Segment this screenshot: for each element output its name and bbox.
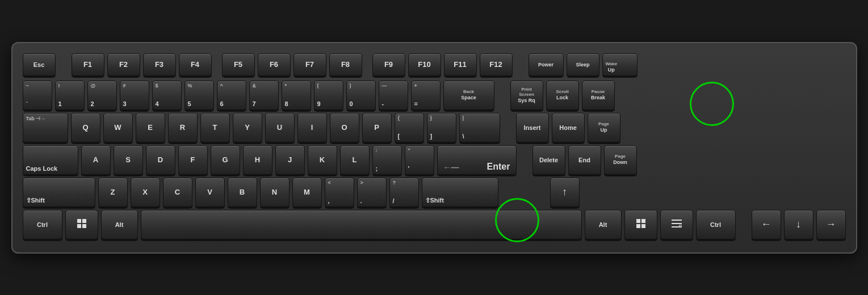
key-page-down[interactable]: PageDown (604, 145, 637, 175)
key-rbracket[interactable]: }] (427, 113, 456, 142)
key-page-up[interactable]: PageUp (588, 113, 620, 142)
key-f10[interactable]: F10 (408, 53, 441, 76)
key-f11[interactable]: F11 (444, 53, 477, 76)
key-n[interactable]: N (260, 178, 290, 207)
key-3[interactable]: #3 (120, 81, 149, 110)
key-f[interactable]: F (178, 145, 208, 175)
key-backslash[interactable]: |\ (459, 113, 500, 142)
key-h[interactable]: H (243, 145, 272, 175)
key-v[interactable]: V (195, 178, 225, 207)
svg-rect-3 (82, 224, 86, 228)
key-g[interactable]: G (211, 145, 240, 175)
svg-rect-1 (82, 219, 86, 223)
key-6[interactable]: ^6 (217, 81, 246, 110)
key-y[interactable]: Y (233, 113, 262, 142)
key-p[interactable]: P (362, 113, 392, 142)
key-power[interactable]: Power (529, 53, 564, 76)
key-enter[interactable]: ←— Enter (437, 145, 517, 175)
key-delete[interactable]: Delete (532, 145, 565, 175)
svg-rect-4 (636, 219, 640, 223)
key-z[interactable]: Z (98, 178, 128, 207)
key-d[interactable]: D (146, 145, 175, 175)
key-backspace[interactable]: BackSpace (443, 81, 494, 110)
key-backtick[interactable]: ~` (23, 81, 52, 110)
svg-rect-8 (672, 220, 682, 221)
key-f5[interactable]: F5 (222, 53, 255, 76)
key-f6[interactable]: F6 (258, 53, 291, 76)
key-l[interactable]: L (340, 145, 370, 175)
key-caps-lock[interactable]: Caps Lock (23, 145, 78, 175)
keyboard: Esc F1 F2 F3 F4 F5 F6 F7 F8 F9 F10 F11 F… (11, 42, 857, 254)
key-k[interactable]: K (308, 145, 337, 175)
key-5[interactable]: %5 (184, 81, 214, 110)
key-r[interactable]: R (168, 113, 198, 142)
key-spacebar[interactable] (141, 210, 582, 239)
key-f8[interactable]: F8 (329, 53, 362, 76)
key-f1[interactable]: F1 (72, 53, 104, 76)
svg-rect-5 (641, 219, 645, 223)
key-semicolon[interactable]: :; (372, 145, 402, 175)
key-left-alt[interactable]: Alt (101, 210, 138, 239)
key-x[interactable]: X (131, 178, 160, 207)
key-b[interactable]: B (228, 178, 257, 207)
key-menu[interactable] (660, 210, 693, 239)
key-scroll-lock[interactable]: ScrollLock (546, 81, 579, 110)
key-0[interactable]: )0 (346, 81, 376, 110)
key-right-shift[interactable]: ⇧Shift (422, 178, 498, 207)
key-7[interactable]: &7 (249, 81, 279, 110)
key-period[interactable]: >. (357, 178, 387, 207)
key-right-ctrl[interactable]: Ctrl (696, 210, 736, 239)
key-minus[interactable]: —- (379, 81, 408, 110)
key-home[interactable]: Home (552, 113, 585, 142)
key-o[interactable]: O (330, 113, 359, 142)
key-w[interactable]: W (103, 113, 133, 142)
key-right-alt[interactable]: Alt (585, 210, 622, 239)
key-c[interactable]: C (163, 178, 192, 207)
key-f2[interactable]: F2 (107, 53, 140, 76)
qwerty-row: Tab ⊣→ Q W E R T Y U I O P {[ }] |\ Inse… (23, 113, 846, 142)
key-arrow-down[interactable]: ↓ (784, 210, 814, 239)
key-pause-break[interactable]: PauseBreak (582, 81, 615, 110)
key-j[interactable]: J (275, 145, 305, 175)
key-print-screen[interactable]: PrintScreenSys Rq (510, 81, 543, 110)
key-e[interactable]: E (136, 113, 165, 142)
key-end[interactable]: End (568, 145, 601, 175)
key-lbracket[interactable]: {[ (395, 113, 424, 142)
key-s[interactable]: S (114, 145, 143, 175)
key-f7[interactable]: F7 (293, 53, 326, 76)
key-t[interactable]: T (200, 113, 230, 142)
key-equals[interactable]: += (411, 81, 441, 110)
key-i[interactable]: I (297, 113, 327, 142)
key-u[interactable]: U (265, 113, 295, 142)
key-arrow-up[interactable]: ↑ (550, 178, 580, 207)
home-row: Caps Lock A S D F G H J K L :; "' ←— Ent… (23, 145, 846, 175)
key-f3[interactable]: F3 (143, 53, 176, 76)
key-right-win[interactable] (624, 210, 657, 239)
key-8[interactable]: *8 (282, 81, 311, 110)
key-tab[interactable]: Tab ⊣→ (23, 113, 68, 142)
key-slash[interactable]: ?/ (389, 178, 419, 207)
key-f12[interactable]: F12 (480, 53, 513, 76)
key-1[interactable]: !1 (55, 81, 85, 110)
key-9[interactable]: (9 (314, 81, 343, 110)
key-left-ctrl[interactable]: Ctrl (23, 210, 62, 239)
key-a[interactable]: A (81, 145, 111, 175)
key-arrow-left[interactable]: ← (752, 210, 781, 239)
key-4[interactable]: $4 (152, 81, 182, 110)
key-left-win[interactable] (65, 210, 98, 239)
key-comma[interactable]: <, (325, 178, 354, 207)
svg-rect-0 (77, 219, 81, 223)
key-left-shift[interactable]: ⇧Shift (23, 178, 95, 207)
key-quote[interactable]: "' (405, 145, 434, 175)
key-insert[interactable]: Insert (516, 113, 549, 142)
key-q[interactable]: Q (71, 113, 100, 142)
svg-rect-2 (77, 224, 81, 228)
key-f4[interactable]: F4 (179, 53, 212, 76)
key-arrow-right[interactable]: → (816, 210, 846, 239)
key-wake-up[interactable]: WakeUp (602, 53, 638, 76)
key-m[interactable]: M (292, 178, 322, 207)
key-sleep[interactable]: Sleep (567, 53, 599, 76)
key-esc[interactable]: Esc (23, 53, 56, 76)
key-2[interactable]: @2 (87, 81, 117, 110)
key-f9[interactable]: F9 (372, 53, 405, 76)
